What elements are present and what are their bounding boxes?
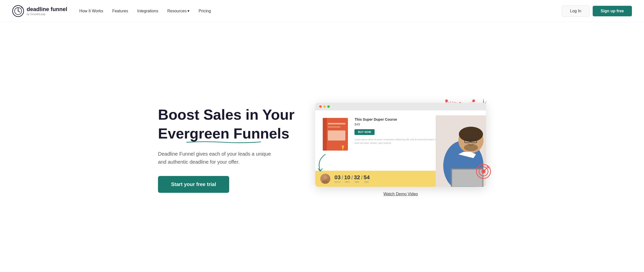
countdown-avatar-inner — [320, 174, 330, 184]
hero-illustration: This Super Duper Course $49 BUY NOW Lore… — [315, 103, 486, 187]
hero-section: Boost Sales in Your Evergreen Funnels De… — [146, 22, 498, 272]
nav-pricing[interactable]: Pricing — [198, 9, 211, 13]
nav-links: How It Works Features Integrations Resou… — [79, 9, 562, 13]
browser-bar — [315, 103, 486, 110]
chevron-down-icon: ▾ — [187, 9, 189, 13]
countdown-avatar — [320, 174, 330, 184]
countdown-minutes: 32 Min — [354, 174, 360, 183]
hero-left: Boost Sales in Your Evergreen Funnels De… — [158, 106, 300, 193]
hero-headline-line2: Evergreen Funnels — [158, 125, 289, 142]
svg-rect-11 — [328, 126, 340, 127]
svg-point-5 — [445, 100, 448, 102]
browser-content: This Super Duper Course $49 BUY NOW Lore… — [315, 110, 486, 171]
countdown-hours: 10 Hrs — [344, 174, 350, 183]
login-button[interactable]: Log In — [562, 6, 589, 17]
svg-point-16 — [459, 127, 483, 142]
browser-mockup: This Super Duper Course $49 BUY NOW Lore… — [315, 103, 486, 187]
watch-demo-link[interactable]: Watch Demo Video — [383, 192, 418, 196]
signup-button[interactable]: Sign up free — [593, 6, 632, 16]
svg-rect-9 — [323, 118, 327, 151]
hero-headline-line1: Boost Sales in Your — [158, 106, 300, 123]
countdown-days: 03 Days — [334, 174, 340, 183]
count-sep-1: / — [342, 174, 343, 181]
target-decoration — [476, 164, 491, 182]
buy-now-button[interactable]: BUY NOW — [354, 129, 375, 135]
svg-line-3 — [18, 11, 20, 12]
nav-features[interactable]: Features — [112, 9, 128, 13]
logo-text: deadline funnel by GrowthLeap — [27, 6, 67, 15]
headline-underline — [158, 141, 289, 144]
hero-right: This Super Duper Course $49 BUY NOW Lore… — [315, 103, 486, 196]
svg-point-24 — [322, 180, 329, 184]
browser-dot-max — [327, 105, 330, 108]
svg-point-23 — [323, 175, 327, 179]
nav-actions: Log In Sign up free — [562, 6, 632, 17]
nav-how-it-works[interactable]: How It Works — [79, 9, 103, 13]
browser-dot-min — [323, 105, 326, 108]
svg-point-22 — [464, 144, 478, 151]
count-sep-3: / — [361, 174, 363, 181]
cta-button[interactable]: Start your free trial — [158, 176, 229, 193]
logo[interactable]: deadline funnel by GrowthLeap — [12, 5, 67, 17]
navbar: deadline funnel by GrowthLeap How It Wor… — [0, 0, 644, 22]
book-illustration — [320, 115, 350, 153]
svg-rect-12 — [328, 130, 345, 141]
count-sep-2: / — [351, 174, 353, 181]
countdown-seconds: 54 Sec — [364, 174, 370, 183]
nav-resources[interactable]: Resources ▾ — [167, 9, 189, 13]
browser-dot-close — [319, 105, 322, 108]
curved-arrow-decoration — [315, 153, 330, 174]
nav-integrations[interactable]: Integrations — [137, 9, 158, 13]
hero-description: Deadline Funnel gives each of your leads… — [158, 150, 279, 166]
svg-point-7 — [472, 100, 475, 102]
logo-icon — [12, 5, 24, 17]
svg-rect-10 — [328, 123, 345, 124]
